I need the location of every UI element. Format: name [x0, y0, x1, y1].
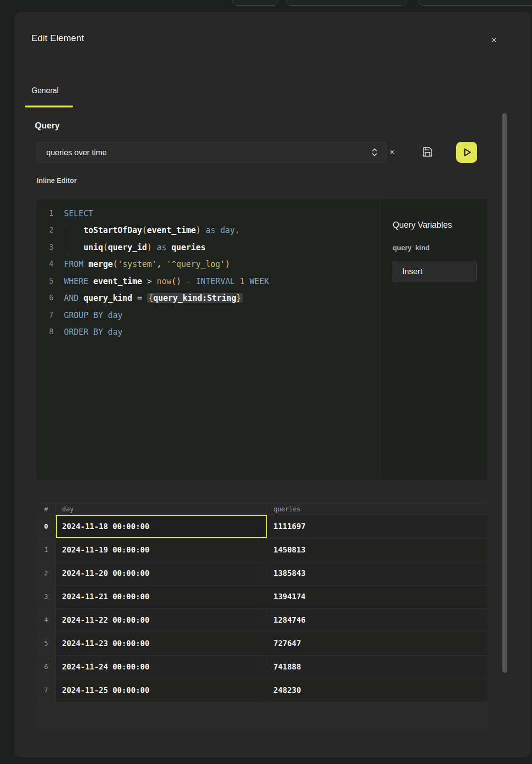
- scrollbar-thumb[interactable]: [502, 113, 507, 673]
- row-index: 0: [37, 515, 56, 538]
- code-text: SELECT: [64, 209, 93, 218]
- variable-name-label: query_kind: [393, 244, 429, 252]
- save-icon[interactable]: [420, 146, 435, 159]
- code-line: 6AND query_kind = {query_kind:String}: [37, 290, 380, 307]
- table-row[interactable]: 02024-11-18 00:00:001111697: [37, 515, 487, 539]
- active-tab-underline: [25, 106, 73, 107]
- column-header-index[interactable]: #: [37, 503, 56, 515]
- indent-guide: [66, 223, 66, 255]
- code-line: 8ORDER BY day: [37, 324, 380, 341]
- line-number: 2: [37, 226, 53, 234]
- line-number: 1: [37, 209, 53, 218]
- row-index: 7: [37, 679, 56, 702]
- row-index: 4: [37, 609, 56, 632]
- cell-day[interactable]: 2024-11-18 00:00:00: [56, 515, 267, 538]
- cell-day[interactable]: 2024-11-21 00:00:00: [56, 585, 267, 608]
- cell-queries[interactable]: 248230: [267, 679, 487, 702]
- saved-query-select-value: queries over time: [46, 148, 371, 157]
- cell-day[interactable]: 2024-11-20 00:00:00: [56, 562, 267, 585]
- code-text: AND query_kind = {query_kind:String}: [64, 293, 243, 303]
- row-index: 3: [37, 585, 56, 608]
- table-row[interactable]: 22024-11-20 00:00:001385843: [37, 562, 487, 585]
- modal-title: Edit Element: [31, 33, 84, 43]
- editor-area: 1SELECT2 toStartOfDay(event_time) as day…: [37, 199, 487, 480]
- code-line: 7GROUP BY day: [37, 307, 380, 324]
- row-index: 2: [37, 562, 56, 585]
- table-footer-strip: [37, 702, 487, 730]
- code-lines: 1SELECT2 toStartOfDay(event_time) as day…: [37, 205, 380, 340]
- table-row[interactable]: 32024-11-21 00:00:001394174: [37, 585, 487, 609]
- code-line: 3 uniq(query_id) as queries: [37, 239, 380, 256]
- line-number: 8: [37, 328, 53, 336]
- line-number: 6: [37, 294, 53, 302]
- cell-queries[interactable]: 1111697: [267, 515, 487, 538]
- cell-queries[interactable]: 1284746: [267, 609, 487, 632]
- code-line: 4FROM merge('system', '^query_log'): [37, 256, 380, 273]
- top-toolbar-button[interactable]: [418, 0, 532, 6]
- insert-variable-button[interactable]: Insert: [392, 261, 477, 282]
- cell-day[interactable]: 2024-11-24 00:00:00: [56, 656, 267, 679]
- row-index: 5: [37, 632, 56, 655]
- query-section-heading: Query: [35, 121, 60, 131]
- line-number: 7: [37, 311, 53, 319]
- code-line: 2 toStartOfDay(event_time) as day,: [37, 222, 380, 239]
- cell-day[interactable]: 2024-11-19 00:00:00: [56, 539, 267, 562]
- play-icon: [460, 146, 473, 159]
- code-text: uniq(query_id) as queries: [64, 243, 206, 252]
- inline-editor-label: Inline Editor: [37, 177, 77, 184]
- modal-header: Edit Element ×: [14, 12, 531, 67]
- table-body: 02024-11-18 00:00:00111169712024-11-19 0…: [37, 515, 487, 702]
- table-row[interactable]: 62024-11-24 00:00:00741888: [37, 656, 487, 679]
- close-icon[interactable]: ×: [487, 33, 501, 47]
- column-header-day[interactable]: day: [56, 503, 267, 515]
- clear-query-icon[interactable]: ×: [385, 147, 400, 158]
- code-line: 1SELECT: [37, 205, 380, 222]
- query-variables-panel: Query Variables query_kind Insert: [380, 199, 487, 480]
- row-index: 1: [37, 539, 56, 562]
- top-toolbar-button[interactable]: [232, 0, 278, 6]
- code-text: FROM merge('system', '^query_log'): [64, 259, 230, 269]
- code-text: GROUP BY day: [64, 310, 123, 320]
- cell-day[interactable]: 2024-11-22 00:00:00: [56, 609, 267, 632]
- cell-queries[interactable]: 727647: [267, 632, 487, 655]
- row-index: 6: [37, 656, 56, 679]
- cell-day[interactable]: 2024-11-25 00:00:00: [56, 679, 267, 702]
- results-table: # day queries 02024-11-18 00:00:00111169…: [37, 503, 487, 730]
- code-text: toStartOfDay(event_time) as day,: [64, 225, 240, 235]
- cell-day[interactable]: 2024-11-23 00:00:00: [56, 632, 267, 655]
- code-text: ORDER BY day: [64, 327, 123, 337]
- table-row[interactable]: 42024-11-22 00:00:001284746: [37, 609, 487, 632]
- saved-query-select[interactable]: queries over time: [37, 142, 386, 163]
- code-line: 5WHERE event_time > now() - INTERVAL 1 W…: [37, 273, 380, 290]
- edit-element-modal: Edit Element × General Query queries ove…: [14, 12, 531, 757]
- table-row[interactable]: 52024-11-23 00:00:00727647: [37, 632, 487, 656]
- cell-queries[interactable]: 1385843: [267, 562, 487, 585]
- line-number: 5: [37, 277, 53, 286]
- sql-editor[interactable]: 1SELECT2 toStartOfDay(event_time) as day…: [37, 199, 380, 480]
- chevron-updown-icon: [371, 147, 378, 158]
- tab-general[interactable]: General: [31, 86, 59, 95]
- cell-queries[interactable]: 1394174: [267, 585, 487, 608]
- cell-queries[interactable]: 1450813: [267, 539, 487, 562]
- table-header-row: # day queries: [37, 503, 487, 515]
- page-background: Edit Element × General Query queries ove…: [0, 0, 532, 764]
- line-number: 3: [37, 243, 53, 252]
- table-row[interactable]: 72024-11-25 00:00:00248230: [37, 679, 487, 702]
- top-toolbar-button[interactable]: [286, 0, 407, 6]
- column-header-queries[interactable]: queries: [267, 503, 487, 515]
- query-variables-heading: Query Variables: [393, 220, 452, 230]
- run-query-button[interactable]: [456, 142, 477, 163]
- table-row[interactable]: 12024-11-19 00:00:001450813: [37, 539, 487, 562]
- cell-queries[interactable]: 741888: [267, 656, 487, 679]
- code-text: WHERE event_time > now() - INTERVAL 1 WE…: [64, 276, 269, 286]
- line-number: 4: [37, 260, 53, 268]
